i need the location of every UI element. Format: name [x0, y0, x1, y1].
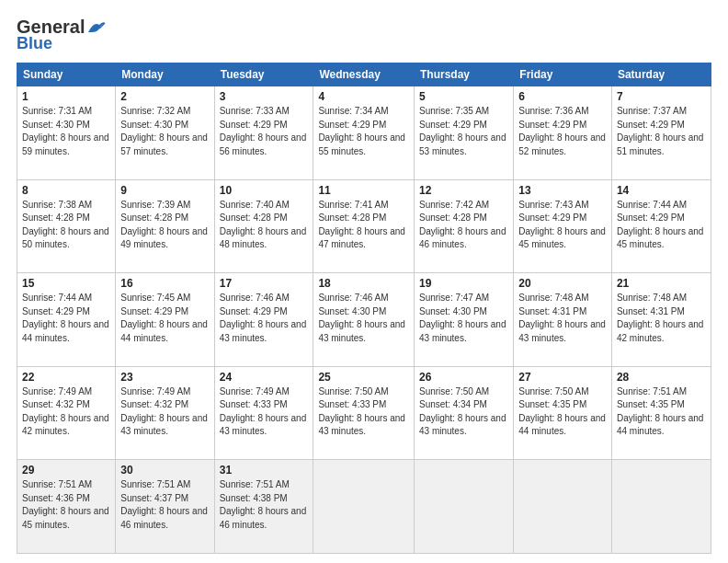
day-number: 9	[120, 184, 209, 197]
day-number: 28	[617, 371, 706, 384]
day-info: Sunrise: 7:45 AMSunset: 4:29 PMDaylight:…	[120, 293, 208, 343]
day-info: Sunrise: 7:31 AMSunset: 4:30 PMDaylight:…	[22, 106, 109, 156]
day-number: 6	[518, 90, 607, 103]
col-header-thursday: Thursday	[414, 63, 513, 86]
day-number: 24	[220, 371, 309, 384]
day-number: 26	[419, 371, 508, 384]
day-info: Sunrise: 7:48 AMSunset: 4:31 PMDaylight:…	[617, 293, 704, 343]
calendar-cell: 3Sunrise: 7:33 AMSunset: 4:29 PMDaylight…	[214, 86, 313, 180]
calendar-cell: 12Sunrise: 7:42 AMSunset: 4:28 PMDayligh…	[414, 179, 513, 273]
day-number: 20	[518, 277, 607, 290]
day-info: Sunrise: 7:47 AMSunset: 4:30 PMDaylight:…	[419, 293, 506, 343]
day-number: 8	[22, 184, 110, 197]
day-number: 15	[22, 277, 110, 290]
day-number: 27	[518, 371, 607, 384]
day-number: 11	[318, 184, 409, 197]
day-info: Sunrise: 7:38 AMSunset: 4:28 PMDaylight:…	[22, 200, 109, 250]
day-info: Sunrise: 7:32 AMSunset: 4:30 PMDaylight:…	[120, 106, 208, 156]
day-number: 7	[617, 90, 706, 103]
day-info: Sunrise: 7:50 AMSunset: 4:33 PMDaylight:…	[318, 386, 405, 437]
calendar-cell: 9Sunrise: 7:39 AMSunset: 4:28 PMDaylight…	[116, 179, 214, 273]
calendar-cell: 17Sunrise: 7:46 AMSunset: 4:29 PMDayligh…	[214, 273, 313, 367]
day-number: 21	[617, 277, 706, 290]
calendar-cell: 6Sunrise: 7:36 AMSunset: 4:29 PMDaylight…	[514, 86, 612, 180]
day-number: 5	[419, 90, 508, 103]
day-number: 2	[120, 90, 209, 103]
day-number: 23	[120, 371, 209, 384]
calendar-cell: 14Sunrise: 7:44 AMSunset: 4:29 PMDayligh…	[611, 179, 711, 273]
day-number: 29	[22, 464, 110, 477]
day-info: Sunrise: 7:36 AMSunset: 4:29 PMDaylight:…	[518, 106, 606, 156]
calendar-cell: 2Sunrise: 7:32 AMSunset: 4:30 PMDaylight…	[116, 86, 214, 180]
day-info: Sunrise: 7:49 AMSunset: 4:32 PMDaylight:…	[22, 386, 109, 437]
calendar-cell: 27Sunrise: 7:50 AMSunset: 4:35 PMDayligh…	[514, 366, 612, 460]
calendar-cell: 4Sunrise: 7:34 AMSunset: 4:29 PMDaylight…	[313, 86, 415, 180]
day-info: Sunrise: 7:49 AMSunset: 4:32 PMDaylight:…	[120, 386, 208, 437]
day-info: Sunrise: 7:51 AMSunset: 4:35 PMDaylight:…	[617, 386, 704, 437]
day-info: Sunrise: 7:41 AMSunset: 4:28 PMDaylight:…	[318, 200, 405, 250]
logo-blue: Blue	[17, 34, 52, 53]
day-info: Sunrise: 7:35 AMSunset: 4:29 PMDaylight:…	[419, 106, 506, 156]
calendar-cell: 15Sunrise: 7:44 AMSunset: 4:29 PMDayligh…	[17, 273, 116, 367]
calendar-cell: 24Sunrise: 7:49 AMSunset: 4:33 PMDayligh…	[214, 366, 313, 460]
calendar-cell	[514, 460, 612, 554]
calendar-cell: 25Sunrise: 7:50 AMSunset: 4:33 PMDayligh…	[313, 366, 415, 460]
calendar-cell: 19Sunrise: 7:47 AMSunset: 4:30 PMDayligh…	[414, 273, 513, 367]
day-info: Sunrise: 7:50 AMSunset: 4:34 PMDaylight:…	[419, 386, 506, 437]
calendar-week-4: 22Sunrise: 7:49 AMSunset: 4:32 PMDayligh…	[17, 366, 711, 460]
header: General Blue	[17, 17, 711, 53]
page: General Blue SundayMondayTuesdayWednesda…	[0, 0, 728, 563]
calendar-cell: 31Sunrise: 7:51 AMSunset: 4:38 PMDayligh…	[214, 460, 313, 554]
calendar-cell: 10Sunrise: 7:40 AMSunset: 4:28 PMDayligh…	[214, 179, 313, 273]
calendar-header-row: SundayMondayTuesdayWednesdayThursdayFrid…	[17, 63, 711, 86]
calendar-cell: 13Sunrise: 7:43 AMSunset: 4:29 PMDayligh…	[514, 179, 612, 273]
day-info: Sunrise: 7:33 AMSunset: 4:29 PMDaylight:…	[220, 106, 307, 156]
calendar-cell	[611, 460, 711, 554]
day-info: Sunrise: 7:48 AMSunset: 4:31 PMDaylight:…	[518, 293, 606, 343]
calendar-cell: 21Sunrise: 7:48 AMSunset: 4:31 PMDayligh…	[611, 273, 711, 367]
calendar-week-1: 1Sunrise: 7:31 AMSunset: 4:30 PMDaylight…	[17, 86, 711, 180]
day-number: 18	[318, 277, 409, 290]
day-number: 12	[419, 184, 508, 197]
logo: General Blue	[17, 17, 107, 53]
calendar-week-5: 29Sunrise: 7:51 AMSunset: 4:36 PMDayligh…	[17, 460, 711, 554]
calendar-cell: 28Sunrise: 7:51 AMSunset: 4:35 PMDayligh…	[611, 366, 711, 460]
calendar-table: SundayMondayTuesdayWednesdayThursdayFrid…	[17, 63, 711, 554]
col-header-monday: Monday	[116, 63, 214, 86]
day-number: 14	[617, 184, 706, 197]
day-number: 22	[22, 371, 110, 384]
calendar-cell: 22Sunrise: 7:49 AMSunset: 4:32 PMDayligh…	[17, 366, 116, 460]
calendar-cell: 5Sunrise: 7:35 AMSunset: 4:29 PMDaylight…	[414, 86, 513, 180]
calendar-cell: 29Sunrise: 7:51 AMSunset: 4:36 PMDayligh…	[17, 460, 116, 554]
col-header-tuesday: Tuesday	[214, 63, 313, 86]
day-number: 16	[120, 277, 209, 290]
day-number: 19	[419, 277, 508, 290]
day-info: Sunrise: 7:50 AMSunset: 4:35 PMDaylight:…	[518, 386, 606, 437]
day-number: 30	[120, 464, 209, 477]
calendar-cell: 1Sunrise: 7:31 AMSunset: 4:30 PMDaylight…	[17, 86, 116, 180]
day-info: Sunrise: 7:49 AMSunset: 4:33 PMDaylight:…	[220, 386, 307, 437]
calendar-cell: 20Sunrise: 7:48 AMSunset: 4:31 PMDayligh…	[514, 273, 612, 367]
day-info: Sunrise: 7:51 AMSunset: 4:36 PMDaylight:…	[22, 479, 109, 530]
calendar-week-2: 8Sunrise: 7:38 AMSunset: 4:28 PMDaylight…	[17, 179, 711, 273]
col-header-friday: Friday	[514, 63, 612, 86]
calendar-cell: 30Sunrise: 7:51 AMSunset: 4:37 PMDayligh…	[116, 460, 214, 554]
day-info: Sunrise: 7:42 AMSunset: 4:28 PMDaylight:…	[419, 200, 506, 250]
day-info: Sunrise: 7:44 AMSunset: 4:29 PMDaylight:…	[22, 293, 109, 343]
calendar-cell: 23Sunrise: 7:49 AMSunset: 4:32 PMDayligh…	[116, 366, 214, 460]
day-info: Sunrise: 7:44 AMSunset: 4:29 PMDaylight:…	[617, 200, 704, 250]
calendar-cell	[313, 460, 415, 554]
calendar-week-3: 15Sunrise: 7:44 AMSunset: 4:29 PMDayligh…	[17, 273, 711, 367]
day-info: Sunrise: 7:40 AMSunset: 4:28 PMDaylight:…	[220, 200, 307, 250]
day-number: 13	[518, 184, 607, 197]
day-number: 31	[220, 464, 309, 477]
day-info: Sunrise: 7:39 AMSunset: 4:28 PMDaylight:…	[120, 200, 208, 250]
day-number: 1	[22, 90, 110, 103]
col-header-wednesday: Wednesday	[313, 63, 415, 86]
calendar-cell: 18Sunrise: 7:46 AMSunset: 4:30 PMDayligh…	[313, 273, 415, 367]
day-number: 17	[220, 277, 309, 290]
day-number: 25	[318, 371, 409, 384]
day-number: 10	[220, 184, 309, 197]
day-info: Sunrise: 7:34 AMSunset: 4:29 PMDaylight:…	[318, 106, 405, 156]
day-number: 4	[318, 90, 409, 103]
